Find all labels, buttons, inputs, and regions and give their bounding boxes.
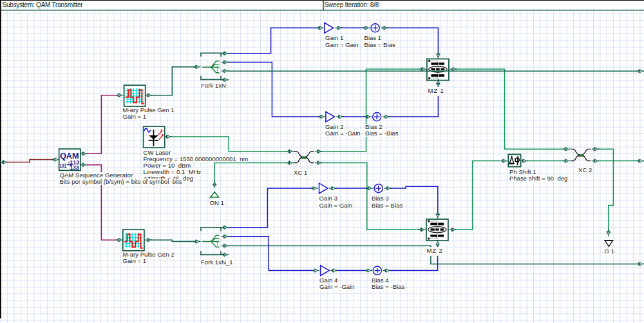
svg-text:101: 101 — [60, 162, 67, 169]
svg-text:133: 133 — [70, 164, 79, 171]
